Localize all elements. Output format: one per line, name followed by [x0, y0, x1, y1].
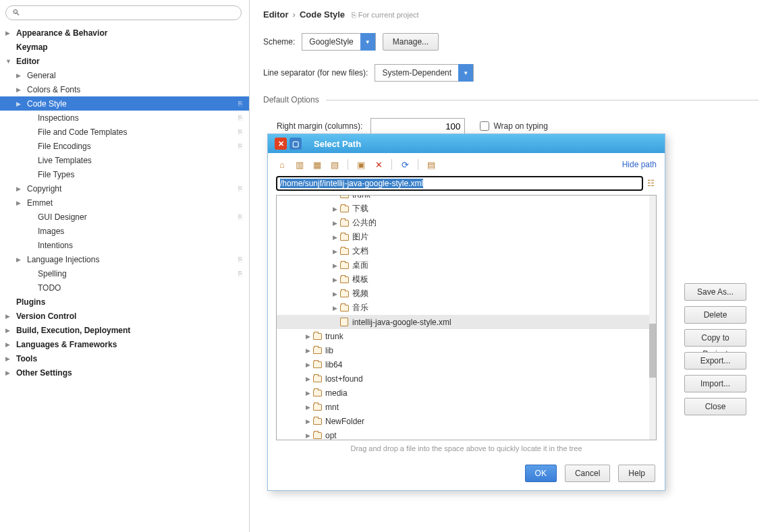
tree-item[interactable]: Live Templates [0, 153, 249, 167]
tree-item[interactable]: ▶Tools [0, 351, 249, 365]
search-input[interactable] [5, 5, 242, 20]
tree-item[interactable]: ▶Version Control [0, 309, 249, 323]
tree-item[interactable]: File Types [0, 167, 249, 181]
line-separator-dropdown[interactable]: System-Dependent ▼ [375, 64, 474, 82]
file-tree-row[interactable]: ▶media [277, 386, 656, 400]
file-tree-row[interactable]: ▶图片 [277, 230, 656, 244]
file-name: trunk [352, 195, 370, 200]
file-tree-row[interactable]: ▶下载 [277, 202, 656, 216]
expand-arrow-icon: ▶ [331, 276, 339, 283]
tree-item[interactable]: ▼Editor [0, 54, 249, 68]
scheme-action-button[interactable]: Export... [684, 352, 746, 370]
scheme-dropdown[interactable]: GoogleStyle ▼ [302, 33, 375, 51]
scheme-action-button[interactable]: Close [684, 398, 746, 415]
scheme-action-button[interactable]: Delete [684, 306, 746, 324]
tree-item[interactable]: GUI Designer⎘ [0, 210, 249, 224]
project-icon[interactable]: ▦ [311, 158, 323, 171]
file-name: lost+found [325, 374, 363, 384]
file-tree-row[interactable]: ▶公共的 [277, 216, 656, 230]
tree-item[interactable]: File Encodings⎘ [0, 139, 249, 153]
chevron-down-icon: ▼ [360, 33, 375, 51]
file-tree-hint: Drag and drop a file into the space abov… [268, 440, 665, 454]
file-tree-row[interactable]: ▶lib64 [277, 357, 656, 372]
tree-item[interactable]: ▶General [0, 68, 249, 82]
file-tree-row[interactable]: ▶文档 [277, 244, 656, 258]
help-button[interactable]: Help [618, 465, 655, 482]
expand-arrow-icon: ▶ [331, 234, 339, 241]
copy-icon[interactable]: ▣ [355, 158, 367, 171]
tree-item[interactable]: ▶Code Style⎘ [0, 96, 249, 111]
new-folder-icon[interactable]: ▧ [329, 158, 341, 171]
maximize-icon[interactable]: ▢ [290, 138, 302, 150]
file-name: trunk [325, 332, 343, 341]
tree-item[interactable]: Spelling⎘ [0, 266, 249, 280]
path-input[interactable] [276, 176, 643, 191]
file-tree-row[interactable]: intellij-java-google-style.xml [277, 315, 656, 329]
right-margin-input[interactable] [370, 118, 465, 134]
dialog-titlebar[interactable]: ✕ ▢ Select Path [268, 134, 665, 153]
project-scope-icon: ⎘ [238, 100, 249, 107]
tree-item-label: Spelling [35, 269, 238, 278]
project-scope-icon: ⎘ [238, 185, 249, 192]
file-tree-row[interactable]: ▶trunk [277, 329, 656, 343]
tree-item[interactable]: Plugins [0, 295, 249, 309]
show-hidden-icon[interactable]: ▤ [425, 158, 437, 171]
tree-item[interactable]: Images [0, 224, 249, 238]
tree-item[interactable]: TODO [0, 280, 249, 295]
scheme-action-button[interactable]: Copy to Project [684, 329, 746, 347]
wrap-checkbox-input[interactable] [480, 121, 489, 131]
settings-tree-panel: 🔍︎ ▶Appearance & BehaviorKeymap▼Editor▶G… [0, 0, 250, 532]
refresh-icon[interactable]: ⟳ [399, 158, 411, 171]
file-tree-row[interactable]: ▶NewFolder [277, 414, 656, 428]
tree-item-label: Editor [13, 57, 249, 66]
scheme-action-button[interactable]: Save As... [684, 283, 746, 301]
tree-item[interactable]: ▶Other Settings [0, 365, 249, 380]
tree-item[interactable]: Intentions [0, 238, 249, 252]
tree-item[interactable]: Inspections⎘ [0, 111, 249, 125]
file-name: 文档 [352, 245, 368, 257]
ok-button[interactable]: OK [525, 465, 557, 482]
tree-item[interactable]: ▶Language Injections⎘ [0, 252, 249, 266]
scheme-row: Scheme: GoogleStyle ▼ Manage... [263, 33, 759, 51]
tree-item[interactable]: ▶Copyright⎘ [0, 181, 249, 196]
folder-icon [340, 220, 349, 227]
expand-arrow-icon: ▶ [304, 404, 312, 411]
file-tree-row[interactable]: ▶mnt [277, 400, 656, 414]
file-tree-row[interactable]: ▶桌面 [277, 258, 656, 272]
close-icon[interactable]: ✕ [275, 138, 287, 150]
file-tree-row[interactable]: ▶lib [277, 343, 656, 357]
file-tree-row[interactable]: ▶模板 [277, 272, 656, 287]
tree-item[interactable]: ▶Emmet [0, 196, 249, 210]
tree-item[interactable]: File and Code Templates⎘ [0, 125, 249, 139]
file-tree-row[interactable]: ▶lost+found [277, 372, 656, 386]
file-tree-row[interactable]: ▶音乐 [277, 301, 656, 315]
tree-item[interactable]: ▶Languages & Frameworks [0, 337, 249, 351]
expand-arrow-icon: ▶ [304, 376, 312, 382]
file-tree-row[interactable]: trunk [277, 195, 656, 202]
expand-arrow-icon: ▼ [5, 58, 13, 65]
wrap-on-typing-checkbox[interactable]: Wrap on typing [480, 121, 548, 131]
scrollbar-thumb[interactable] [649, 324, 656, 378]
scheme-action-button[interactable]: Import... [684, 375, 746, 392]
cancel-button[interactable]: Cancel [565, 465, 610, 482]
settings-tree[interactable]: ▶Appearance & BehaviorKeymap▼Editor▶Gene… [0, 26, 249, 380]
file-tree-row[interactable]: ▶视频 [277, 287, 656, 301]
desktop-icon[interactable]: ▥ [294, 158, 306, 171]
scheme-value: GoogleStyle [302, 37, 360, 47]
file-tree-row[interactable]: ▶opt [277, 428, 656, 440]
tree-item-label: Other Settings [13, 368, 249, 378]
tree-item[interactable]: ▶Build, Execution, Deployment [0, 323, 249, 337]
hide-path-link[interactable]: Hide path [622, 160, 657, 169]
expand-arrow-icon: ▶ [5, 30, 13, 36]
default-options-section: Default Options [263, 95, 759, 105]
manage-button[interactable]: Manage... [383, 33, 439, 51]
delete-icon[interactable]: ✕ [373, 158, 385, 171]
tree-item[interactable]: ▶Colors & Fonts [0, 82, 249, 96]
tree-item[interactable]: Keymap [0, 40, 249, 54]
default-options-legend: Default Options [263, 95, 326, 105]
tree-item[interactable]: ▶Appearance & Behavior [0, 26, 249, 40]
file-tree[interactable]: trunk▶下载▶公共的▶图片▶文档▶桌面▶模板▶视频▶音乐intellij-j… [276, 195, 657, 440]
right-margin-row: Right margin (columns): Wrap on typing [263, 111, 759, 134]
home-icon[interactable]: ⌂ [276, 158, 288, 171]
history-icon[interactable]: ☷ [647, 179, 657, 188]
